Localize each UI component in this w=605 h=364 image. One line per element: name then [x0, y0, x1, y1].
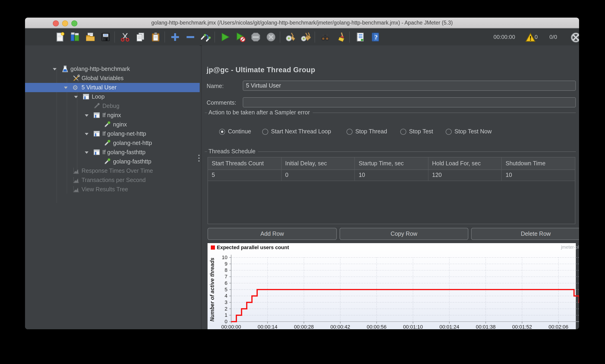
open-file-icon[interactable]: [85, 32, 95, 42]
function-helper-icon[interactable]: [355, 32, 365, 42]
warning-icon[interactable]: [525, 32, 536, 43]
controller-icon: [93, 130, 101, 138]
copy-icon[interactable]: [135, 32, 145, 42]
radio-circle-icon[interactable]: [262, 129, 268, 134]
cut-icon[interactable]: [120, 32, 130, 42]
toolbar: ? 00:00:00 0 0/0: [25, 28, 579, 46]
radio-label: Stop Thread: [355, 128, 387, 135]
tree-item-label: golang-http-benchmark: [70, 64, 130, 74]
divider-grip-dot[interactable]: [198, 160, 200, 162]
toolbar-separator: [164, 31, 165, 43]
save-icon[interactable]: [101, 32, 111, 42]
svg-text:00:01:24: 00:01:24: [439, 324, 459, 329]
tree-item-label: If golang-net-http: [102, 129, 146, 139]
thread-group-icon: ⚙: [72, 83, 78, 92]
expand-arrow-icon[interactable]: [74, 96, 78, 98]
copy-row-button[interactable]: Copy Row: [340, 228, 468, 240]
screen: golang-http-benchmark.jmx (/Users/nicola…: [0, 0, 605, 364]
table-cell[interactable]: 10: [355, 170, 428, 181]
table-cell[interactable]: 5: [208, 170, 281, 181]
tree-item-if-nginx[interactable]: If nginx: [25, 111, 200, 120]
svg-text:00:02:06: 00:02:06: [549, 324, 568, 329]
expand-arrow-icon[interactable]: [53, 68, 56, 70]
radio-stop-test[interactable]: Stop Test: [400, 128, 433, 135]
expand-arrow-icon[interactable]: [64, 87, 68, 89]
window-title: golang-http-benchmark.jmx (/Users/nicola…: [25, 18, 579, 28]
name-input[interactable]: [243, 81, 576, 91]
expand-arrow-icon[interactable]: [85, 114, 89, 117]
toolbar-separator: [315, 31, 315, 43]
svg-text:5: 5: [225, 287, 227, 292]
tree-item-label: nginx: [113, 120, 127, 129]
tree-item-5-virtual-user[interactable]: ⚙5 Virtual User: [25, 83, 200, 92]
search-icon[interactable]: [320, 32, 330, 42]
comments-input[interactable]: [243, 97, 576, 107]
table-column-header[interactable]: Start Threads Count: [208, 157, 281, 169]
tree-item-response-times-over-time[interactable]: Response Times Over Time: [25, 166, 200, 176]
tree-item-transactions-per-second[interactable]: Transactions per Second: [25, 176, 200, 185]
arguments-icon: [72, 75, 80, 82]
comments-label: Comments:: [207, 100, 236, 106]
table-cell[interactable]: 0: [281, 170, 355, 181]
tree-item-debug[interactable]: Debug: [25, 101, 200, 111]
toolbar-separator: [214, 31, 215, 43]
tree-item-golang-http-benchmark[interactable]: golang-http-benchmark: [25, 64, 200, 74]
radio-continue[interactable]: Continue: [219, 128, 251, 135]
tree-item-loop[interactable]: Loop: [25, 92, 200, 101]
element-type-title: jp@gc - Ultimate Thread Group: [207, 66, 315, 74]
radio-stop-thread[interactable]: Stop Thread: [346, 128, 387, 135]
test-plan-tree: golang-http-benchmarkGlobal Variables⚙5 …: [25, 45, 200, 329]
table-column-header[interactable]: Initial Delay, sec: [281, 157, 355, 169]
tree-item-label: golang-fasthttp: [113, 157, 151, 166]
expand-arrow-icon[interactable]: [85, 151, 89, 154]
remote-start-icon[interactable]: [571, 32, 579, 43]
clear-search-icon[interactable]: [335, 32, 346, 42]
svg-text:0: 0: [225, 319, 227, 325]
table-cell[interactable]: 10: [502, 170, 575, 181]
paste-icon[interactable]: [151, 32, 161, 42]
radio-circle-icon[interactable]: [446, 129, 452, 134]
radio-circle-icon[interactable]: [400, 129, 406, 134]
svg-text:00:00:14: 00:00:14: [258, 324, 277, 329]
split-pane-divider[interactable]: [201, 45, 201, 329]
open-template-icon[interactable]: [70, 32, 80, 42]
tree-item-golang-fasthttp[interactable]: golang-fasthttp: [25, 157, 200, 166]
new-file-icon[interactable]: [55, 32, 65, 42]
delete-row-button[interactable]: Delete Row: [471, 228, 579, 240]
radio-circle-icon[interactable]: [346, 129, 353, 134]
add-icon[interactable]: [170, 32, 180, 42]
svg-text:4: 4: [225, 293, 227, 299]
threads-schedule-fieldset-legend: Threads Schedule: [205, 148, 576, 155]
help-icon[interactable]: ?: [370, 32, 380, 42]
table-cell[interactable]: 120: [429, 170, 502, 181]
log-error-count: 0: [535, 29, 542, 45]
radio-label: Stop Test Now: [454, 128, 492, 135]
table-column-header[interactable]: Shutdown Time: [502, 157, 575, 169]
remove-icon[interactable]: [185, 32, 196, 42]
tree-item-golang-net-http[interactable]: golang-net-http: [25, 139, 200, 148]
radio-circle-icon[interactable]: [219, 129, 225, 134]
start-no-timers-icon[interactable]: [235, 32, 246, 42]
tree-item-if-golang-fasthttp[interactable]: If golang-fasthttp: [25, 148, 200, 157]
toggle-icon[interactable]: [201, 32, 211, 42]
listener-icon: [72, 176, 80, 184]
start-icon[interactable]: [220, 32, 230, 42]
expand-arrow-icon[interactable]: [85, 133, 89, 135]
tree-item-if-golang-net-http[interactable]: If golang-net-http: [25, 129, 200, 139]
add-row-button[interactable]: Add Row: [208, 228, 337, 240]
debug-icon: [93, 102, 101, 110]
radio-start-next-thread-loop[interactable]: Start Next Thread Loop: [262, 128, 331, 135]
tree-item-global-variables[interactable]: Global Variables: [25, 74, 200, 83]
tree-item-label: 5 Virtual User: [81, 83, 117, 92]
clear-icon[interactable]: [285, 32, 296, 42]
table-column-header[interactable]: Hold Load For, sec: [429, 157, 502, 169]
divider-grip-dot[interactable]: [198, 155, 200, 156]
divider-grip-dot[interactable]: [198, 157, 200, 159]
clear-all-icon[interactable]: [301, 32, 311, 42]
radio-stop-test-now[interactable]: Stop Test Now: [446, 128, 492, 135]
tree-item-nginx[interactable]: nginx: [25, 120, 200, 129]
table-column-header[interactable]: Startup Time, sec: [355, 157, 428, 169]
toolbar-separator: [280, 31, 280, 43]
title-bar: golang-http-benchmark.jmx (/Users/nicola…: [25, 18, 579, 28]
tree-item-view-results-tree[interactable]: View Results Tree: [25, 185, 200, 194]
